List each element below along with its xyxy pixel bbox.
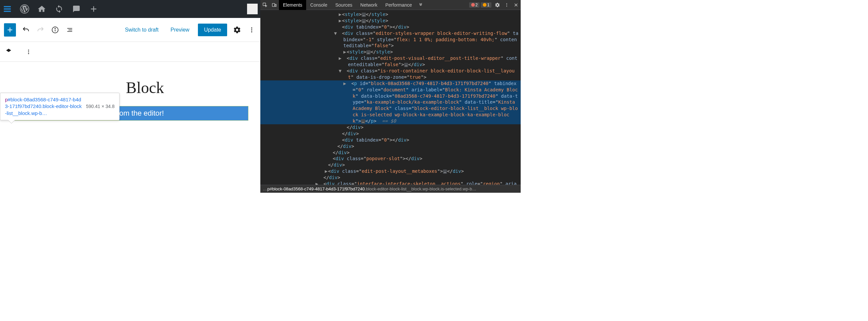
svg-rect-17	[272, 3, 275, 6]
outline-button[interactable]	[65, 25, 74, 34]
block-type-icon[interactable]	[5, 48, 12, 56]
svg-point-14	[28, 51, 29, 52]
svg-point-13	[28, 50, 29, 51]
svg-point-6	[55, 28, 56, 29]
tab-performance[interactable]: Performance	[381, 0, 416, 10]
dom-tree-line[interactable]: </div>	[260, 149, 521, 156]
wp-admin-bar	[0, 0, 260, 18]
element-inspect-tooltip: p#block-08ad3568-c749-4817-b4d3-171f97bd…	[0, 93, 120, 120]
svg-point-20	[506, 4, 507, 5]
svg-rect-18	[275, 4, 276, 7]
devtools-settings-icon[interactable]	[493, 0, 502, 10]
inspect-element-icon[interactable]	[260, 0, 270, 10]
tab-console[interactable]: Console	[306, 0, 331, 10]
errors-badge[interactable]: 2	[469, 2, 480, 8]
dom-tree-line[interactable]: ▶<div class="interface-interface-skeleto…	[260, 181, 521, 185]
dom-tree-line[interactable]: </div>	[260, 143, 521, 149]
dom-tree-line[interactable]: <div tabindex="0"></div>	[260, 24, 521, 30]
home-icon[interactable]	[37, 4, 46, 13]
update-button[interactable]: Update	[198, 24, 227, 36]
undo-button[interactable]	[21, 25, 31, 34]
dom-tree-line[interactable]: ▶<div class="edit-post-visual-editor__po…	[260, 55, 521, 68]
user-avatar[interactable]	[247, 4, 258, 14]
dom-tree-line[interactable]: </div>	[260, 174, 521, 181]
editor-header: Switch to draft Preview Update	[0, 18, 260, 42]
dom-tree-line[interactable]: </div>	[260, 162, 521, 168]
redo-button[interactable]	[36, 25, 45, 34]
device-toolbar-icon[interactable]	[270, 0, 279, 10]
dom-tree-line[interactable]: <div tabindex="0"></div>	[260, 137, 521, 143]
dom-tree-line[interactable]: ▶<style>…</style>	[260, 11, 521, 18]
dom-tree-line[interactable]: </div>	[260, 124, 521, 130]
devtools-more-icon[interactable]	[502, 0, 512, 10]
add-block-button[interactable]	[4, 23, 16, 36]
dom-breadcrumb[interactable]: … p#block-08ad3568-c749-4817-b4d3-171f97…	[260, 185, 521, 193]
svg-point-10	[251, 27, 252, 28]
dom-tree-line[interactable]: ▶<style>…</style>	[260, 49, 521, 55]
tab-elements[interactable]: Elements	[279, 0, 306, 10]
dom-tree-line[interactable]: ▼<div class="is-root-container block-edi…	[260, 68, 521, 80]
svg-point-12	[251, 31, 252, 32]
wordpress-editor-panel: Switch to draft Preview Update p#block-0…	[0, 0, 260, 193]
refresh-icon[interactable]	[55, 4, 64, 13]
devtools-panel: Elements Console Sources Network Perform…	[260, 0, 521, 193]
devtools-tabbar: Elements Console Sources Network Perform…	[260, 0, 521, 10]
editor-canvas[interactable]: p#block-08ad3568-c749-4817-b4d3-171f97bd…	[0, 62, 260, 193]
wordpress-logo-icon[interactable]	[20, 4, 29, 13]
dom-tree-line[interactable]: ▶<div class="edit-post-layout__metaboxes…	[260, 168, 521, 174]
dom-tree-line[interactable]: <div class="popover-slot"></div>	[260, 155, 521, 162]
more-menu-button[interactable]	[247, 25, 256, 34]
dom-tree-line[interactable]: ▶<p id="block-08ad3568-c749-4817-b4d3-17…	[260, 80, 521, 124]
dom-tree-line[interactable]: ▼<div class="editor-styles-wrapper block…	[260, 30, 521, 49]
dom-tree[interactable]: ▶<style>…</style>▶<style>…</style> <div …	[260, 10, 521, 185]
switch-draft-button[interactable]: Switch to draft	[122, 25, 162, 35]
svg-point-15	[28, 53, 29, 54]
block-more-button[interactable]	[24, 47, 33, 57]
more-tabs-icon[interactable]	[416, 0, 425, 10]
tab-sources[interactable]: Sources	[331, 0, 356, 10]
plus-icon[interactable]	[89, 4, 98, 13]
warnings-badge[interactable]: 1	[481, 2, 491, 8]
info-button[interactable]	[51, 25, 60, 34]
tooltip-dimensions: 590.41 × 34.8	[86, 104, 115, 109]
tab-network[interactable]: Network	[356, 0, 381, 10]
preview-button[interactable]: Preview	[167, 25, 193, 35]
devtools-close-icon[interactable]	[512, 0, 521, 10]
hamburger-icon[interactable]	[3, 4, 12, 13]
tooltip-selector: p#block-08ad3568-c749-4817-b4d3-171f97bd…	[5, 96, 83, 117]
svg-point-21	[506, 6, 507, 6]
svg-point-19	[506, 3, 507, 4]
svg-point-11	[251, 29, 252, 30]
comment-icon[interactable]	[72, 4, 81, 13]
dom-tree-line[interactable]: ▶<style>…</style>	[260, 18, 521, 24]
block-toolbar	[0, 42, 260, 62]
dom-tree-line[interactable]: </div>	[260, 130, 521, 137]
settings-icon[interactable]	[232, 25, 242, 34]
